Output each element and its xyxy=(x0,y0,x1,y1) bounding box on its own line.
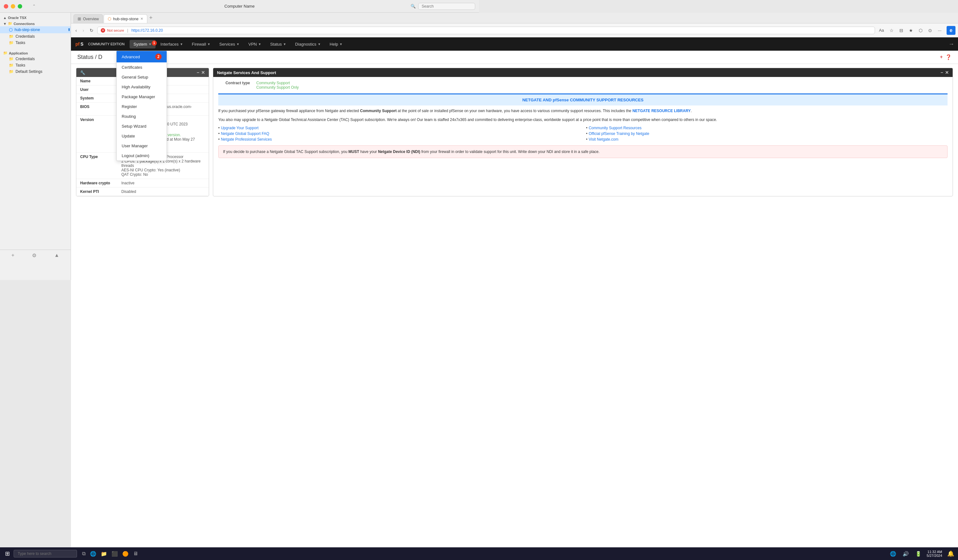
dropdown-item-update[interactable]: Update xyxy=(117,131,167,141)
grid-icon: ⊞ xyxy=(78,16,81,21)
sidebar-item-hub-step-stone[interactable]: ⬡ hub-step-stone ⬆ xyxy=(0,26,71,33)
label-bios: BIOS xyxy=(76,103,117,116)
nav-status[interactable]: Status ▼ xyxy=(266,40,290,48)
resource-upgrade-support[interactable]: Upgrade Your Support xyxy=(218,126,479,130)
chevron-icon: ▲ xyxy=(3,16,7,20)
label-version: Version xyxy=(76,116,117,153)
dropdown-item-certificates[interactable]: Certificates xyxy=(117,62,167,72)
netgate-title: Netgate Services And Support xyxy=(217,70,276,75)
security-icon: ✕ xyxy=(101,28,105,33)
folder-icon: 📁 xyxy=(3,51,8,55)
fullscreen-traffic-light[interactable] xyxy=(18,4,22,8)
folder-icon: 📁 xyxy=(9,69,14,74)
resource-professional-services[interactable]: Netgate Professional Services xyxy=(218,137,479,141)
label-hardware-crypto: Hardware crypto xyxy=(76,179,117,187)
firewall-arrow-icon: ▼ xyxy=(207,43,210,46)
dropdown-item-logout[interactable]: Logout (admin) xyxy=(117,151,167,160)
upload-icon: ⬆ xyxy=(68,27,71,32)
folder-icon: 📁 xyxy=(9,34,14,39)
dropdown-item-register[interactable]: Register xyxy=(117,102,167,111)
resource-global-support-faq[interactable]: Netgate Global Support FAQ xyxy=(218,132,479,136)
dropdown-item-user-manager[interactable]: User Manager xyxy=(117,141,167,151)
contract-row: Contract type Community Support Communit… xyxy=(218,81,479,90)
status-arrow-icon: ▼ xyxy=(283,43,286,46)
tab-hub-step-stone[interactable]: ⬡ hub-step-stone ✕ xyxy=(103,14,148,23)
connection-icon: ⬡ xyxy=(9,27,13,32)
settings-icon[interactable]: ⚙ xyxy=(32,252,36,259)
chevron-up-icon[interactable]: ▲ xyxy=(54,252,59,259)
back-button[interactable]: ‹ xyxy=(73,27,79,34)
value-kernel-pti: Disabled xyxy=(117,187,209,196)
add-icon[interactable]: + xyxy=(11,252,14,259)
contract-type-label: Contract type xyxy=(218,81,250,90)
new-tab-button[interactable]: + xyxy=(148,14,154,21)
address-bar[interactable]: ✕ Not secure | https://172.16.0.20 xyxy=(97,27,479,34)
sidebar-item-tasks[interactable]: 📁 Tasks xyxy=(0,40,71,46)
sidebar-application-group: 📁 Application xyxy=(0,50,71,56)
folder-icon: 📁 xyxy=(8,22,12,25)
sidebar-app-tasks[interactable]: 📁 Tasks xyxy=(0,62,71,68)
folder-icon: 📁 xyxy=(9,57,14,61)
nav-diagnostics[interactable]: Diagnostics ▼ xyxy=(291,40,324,48)
system-arrow-icon: ▼ xyxy=(149,43,152,46)
sidebar-default-settings[interactable]: 📁 Default Settings xyxy=(0,68,71,75)
close-traffic-light[interactable] xyxy=(4,4,8,8)
minimize-traffic-light[interactable] xyxy=(11,4,15,8)
nav-firewall[interactable]: Firewall ▼ xyxy=(188,40,214,48)
label-user: User xyxy=(76,86,117,94)
nav-system[interactable]: System ▼ 1 xyxy=(130,40,155,48)
label-cpu-type: CPU Type xyxy=(76,153,117,179)
resources-grid: Upgrade Your Support Community Support R… xyxy=(218,126,479,141)
netgate-body: Contract type Community Support Communit… xyxy=(213,77,479,162)
pink-box: If you decide to purchase a Netgate Glob… xyxy=(218,145,479,158)
close-panel-icon[interactable]: ✕ xyxy=(201,70,205,75)
forward-button[interactable]: › xyxy=(81,27,86,34)
sidebar-connections-group[interactable]: ▼ 📁 Connections xyxy=(0,20,71,26)
dropdown-item-routing[interactable]: Routing xyxy=(117,111,167,121)
sidebar-item-credentials[interactable]: 📁 Credentials xyxy=(0,33,71,40)
nav-interfaces[interactable]: Interfaces ▼ xyxy=(157,40,187,48)
value-hardware-crypto: Inactive xyxy=(117,179,209,187)
dropdown-item-package-manager[interactable]: Package Manager xyxy=(117,92,167,102)
tab-overview[interactable]: ⊞ System Overview xyxy=(73,14,103,23)
netgate-text1: If you purchased your pfSense gateway fi… xyxy=(218,108,479,114)
titlebar-title: Computer Name xyxy=(224,4,254,8)
interfaces-arrow-icon: ▼ xyxy=(180,43,183,46)
chevron-down-icon: ▼ xyxy=(3,22,7,25)
nav-chevron-icon[interactable]: ⌃ xyxy=(32,4,36,8)
must-bold: MUST xyxy=(349,149,359,154)
dropdown-item-setup-wizard[interactable]: Setup Wizard xyxy=(117,121,167,131)
sidebar-app-credentials[interactable]: 📁 Credentials xyxy=(0,56,71,62)
dropdown-item-advanced[interactable]: Advanced 2 xyxy=(117,51,167,62)
tab-close-btn[interactable]: ✕ xyxy=(140,17,143,21)
label-system: System xyxy=(76,94,117,103)
sidebar-oracle-tsx[interactable]: ▲ Oracle TSX xyxy=(0,14,71,20)
netgate-panel: Netgate Services And Support − ✕ Contrac… xyxy=(213,68,479,197)
browser: ⊞ System Overview ⬡ hub-step-stone ✕ + ‹… xyxy=(71,13,479,280)
dropdown-item-general-setup[interactable]: General Setup xyxy=(117,72,167,82)
titlebar-navigation: ⌃ xyxy=(32,4,36,8)
breadcrumb: Status / D xyxy=(77,54,102,60)
panel-tools: − ✕ xyxy=(197,70,205,75)
dropdown-item-high-availability[interactable]: High Availability xyxy=(117,82,167,92)
minimize-panel-icon[interactable]: − xyxy=(197,70,199,75)
pfsense-content: pf S COMMUNITY EDITION System ▼ 1 Interf… xyxy=(71,37,479,280)
titlebar-search-input[interactable] xyxy=(418,3,475,10)
address-url: https://172.16.0.20 xyxy=(132,28,163,33)
reload-button[interactable]: ↻ xyxy=(88,27,95,34)
svg-text:S: S xyxy=(81,41,83,46)
nav-services[interactable]: Services ▼ xyxy=(216,40,243,48)
system-dropdown-menu: Advanced 2 Certificates General Setup Hi… xyxy=(116,51,167,161)
netgate-panel-header: Netgate Services And Support − ✕ xyxy=(213,68,479,77)
wrench-icon: 🔧 xyxy=(80,70,85,75)
table-row: Hardware crypto Inactive xyxy=(76,179,209,187)
system-label: System xyxy=(133,42,147,46)
system-badge: 1 xyxy=(152,41,157,46)
address-separator: | xyxy=(127,28,128,33)
browser-toolbar: ‹ › ↻ ✕ Not secure | https://172.16.0.20… xyxy=(71,24,479,37)
nav-help[interactable]: Help ▼ xyxy=(326,40,347,48)
nav-vpn[interactable]: VPN ▼ xyxy=(244,40,265,48)
diagnostics-arrow-icon: ▼ xyxy=(318,43,321,46)
pfsense-logo-text: COMMUNITY EDITION xyxy=(88,42,125,46)
advanced-badge: 2 xyxy=(155,54,162,60)
